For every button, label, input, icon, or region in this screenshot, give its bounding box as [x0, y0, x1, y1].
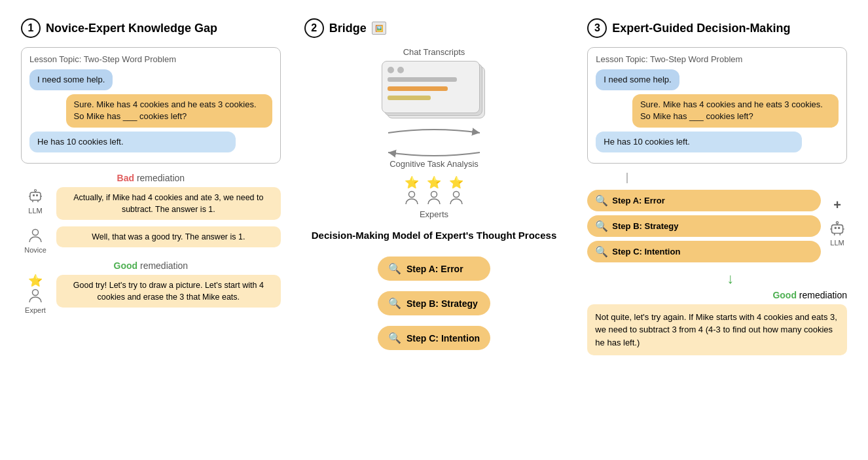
- svg-point-11: [409, 192, 415, 198]
- panel-3-bubbles: I need some help. Sure. Mike has 4 cooki…: [596, 69, 839, 156]
- p3-step-a-icon: 🔍: [595, 194, 608, 207]
- expert-label: Expert: [25, 306, 46, 314]
- p3-step-a-pill: 🔍 Step A: Error: [587, 190, 821, 211]
- step-c-label: Step C: Intention: [407, 333, 480, 344]
- panel-3-title-text: Expert-Guided Decision-Making: [612, 22, 790, 35]
- svg-rect-15: [835, 227, 837, 229]
- expert-3: ⭐: [447, 177, 465, 207]
- step-b-icon: 🔍: [388, 297, 401, 310]
- star-1: ⭐: [405, 177, 419, 188]
- card-line-1: [388, 77, 457, 82]
- svg-point-18: [836, 222, 838, 224]
- panel-1-chat-box: Lesson Topic: Two-Step Word Problem I ne…: [21, 47, 281, 164]
- novice-row: Novice Well, that was a good try. The an…: [21, 226, 281, 254]
- svg-point-4: [35, 189, 37, 191]
- expert-2: ⭐: [425, 177, 443, 207]
- expert-3-icon: [447, 188, 465, 207]
- panel-1-bubbles: I need some help. Sure. Mike has 4 cooki…: [29, 69, 272, 156]
- stacked-cards: [382, 61, 486, 120]
- p3-llm-label: LLM: [830, 239, 844, 247]
- svg-rect-2: [36, 194, 38, 196]
- svg-rect-16: [838, 227, 840, 229]
- card-circle-1: [388, 67, 394, 73]
- p3-steps-list: 🔍 Step A: Error 🔍 Step B: Strategy 🔍 Ste…: [587, 190, 821, 262]
- star-icon: ⭐: [28, 275, 43, 287]
- card-line-2: [388, 86, 448, 91]
- step-b-pill: 🔍 Step B: Strategy: [378, 291, 490, 315]
- star-2: ⭐: [427, 177, 441, 188]
- p3-step-b-pill: 🔍 Step B: Strategy: [587, 215, 821, 237]
- expert-icon: ⭐ Expert: [21, 275, 50, 314]
- llm-bubble: Actually, if Mike had 4 cookies and ate …: [56, 187, 281, 220]
- card-circles: [388, 67, 474, 73]
- novice-label: Novice: [24, 246, 46, 254]
- star-3: ⭐: [449, 177, 463, 188]
- step-a-label: Step A: Error: [407, 264, 463, 274]
- p3-chat-bubble-2: Sure. Mike has 4 cookies and he eats 3 c…: [632, 94, 839, 127]
- p3-step-a-label: Step A: Error: [612, 196, 664, 205]
- panel-3-chat-box: Lesson Topic: Two-Step Word Problem I ne…: [587, 47, 847, 164]
- step-b-label: Step B: Strategy: [407, 298, 478, 309]
- plus-llm-block: + LLM: [827, 188, 847, 247]
- novice-bubble: Well, that was a good try. The answer is…: [56, 226, 281, 247]
- llm-label: LLM: [28, 207, 42, 215]
- p3-robot-icon: [827, 219, 847, 239]
- expert-bubble: Good try! Let's try to draw a picture. L…: [56, 275, 281, 308]
- svg-point-12: [431, 192, 437, 198]
- panel-3-chat-label: Lesson Topic: Two-Step Word Problem: [596, 54, 839, 64]
- step-a-pill: 🔍 Step A: Error: [378, 257, 490, 281]
- card-front: [382, 61, 480, 113]
- transcripts-label: Chat Transcripts: [403, 47, 465, 57]
- panel-1: 1 Novice-Expert Knowledge Gap Lesson Top…: [10, 10, 291, 450]
- chat-bubble-1: I need some help.: [29, 69, 113, 90]
- panel-1-title: 1 Novice-Expert Knowledge Gap: [21, 18, 281, 38]
- p3-good-label: Good remediation: [587, 290, 847, 300]
- panel-2-title-text: Bridge: [329, 22, 367, 35]
- p3-step-b-label: Step B: Strategy: [612, 221, 678, 231]
- expert-1: ⭐: [403, 177, 421, 207]
- panel-1-num: 1: [21, 18, 41, 38]
- good-remediation-label: Good remediation: [21, 260, 281, 271]
- step-c-pill: 🔍 Step C: Intention: [378, 326, 490, 350]
- plus-sign: +: [833, 198, 841, 213]
- experts-icons: ⭐ ⭐ ⭐: [403, 177, 465, 207]
- panel-3: 3 Expert-Guided Decision-Making Lesson T…: [577, 10, 858, 450]
- expert-row: ⭐ Expert Good try! Let's try to draw a p…: [21, 275, 281, 314]
- llm-icon: LLM: [21, 187, 50, 215]
- svg-point-10: [33, 290, 39, 296]
- robot-icon: [26, 187, 45, 205]
- card-line-3: [388, 96, 431, 100]
- p3-llm-icon: LLM: [827, 219, 847, 247]
- expert-person-icon: [26, 287, 45, 305]
- arrows-svg: [375, 126, 493, 159]
- p3-chat-bubble-3: He has 10 cookies left.: [596, 132, 802, 152]
- expert-1-icon: [403, 188, 421, 207]
- curved-arrows: [375, 126, 493, 159]
- svg-rect-1: [33, 194, 35, 196]
- p3-step-b-icon: 🔍: [595, 220, 608, 232]
- llm-row: LLM Actually, if Mike had 4 cookies and …: [21, 187, 281, 220]
- experts-label: Experts: [420, 209, 448, 219]
- novice-icon: Novice: [21, 226, 50, 254]
- panel-2-num: 2: [304, 18, 324, 38]
- panel-3-num: 3: [587, 18, 607, 38]
- p3-step-c-label: Step C: Intention: [612, 247, 680, 257]
- chat-transcripts: Chat Transcripts: [304, 47, 564, 124]
- p3-chat-bubble-1: I need some help.: [596, 69, 679, 90]
- p3-step-c-pill: 🔍 Step C: Intention: [587, 241, 821, 262]
- cta-label: Cognitive Task Analysis: [389, 159, 479, 169]
- good-response: Not quite, let's try again. If Mike star…: [587, 304, 847, 356]
- steps-llm-row: 🔍 Step A: Error 🔍 Step B: Strategy 🔍 Ste…: [587, 185, 847, 268]
- arrow-down-green: ↓: [613, 270, 847, 287]
- bridge-icon: 🖼️: [372, 22, 386, 35]
- panel-1-chat-label: Lesson Topic: Two-Step Word Problem: [29, 54, 272, 64]
- svg-point-13: [454, 192, 460, 198]
- bad-remediation-label: Bad remediation: [21, 173, 281, 183]
- svg-rect-0: [30, 192, 41, 200]
- card-circle-2: [397, 67, 404, 73]
- panel-3-title: 3 Expert-Guided Decision-Making: [587, 18, 847, 38]
- decision-model-title: Decision-Making Model of Expert's Though…: [312, 228, 556, 242]
- p3-step-c-icon: 🔍: [595, 245, 608, 258]
- steps-list: 🔍 Step A: Error 🔍 Step B: Strategy 🔍 Ste…: [378, 257, 490, 357]
- step-a-icon: 🔍: [388, 262, 401, 275]
